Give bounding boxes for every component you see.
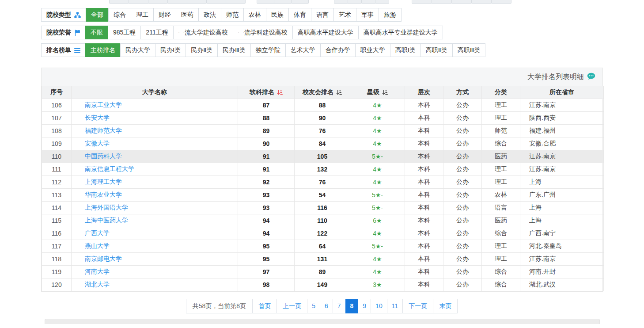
cutoff-filter-button[interactable] [206,0,226,4]
filter-option[interactable]: 艺术 [333,8,356,22]
sort-icon[interactable] [382,90,388,95]
cutoff-filter-button[interactable] [257,0,274,4]
column-header[interactable]: 软科排名 [238,86,295,99]
cell-type: 公办 [443,163,482,176]
cell-stars: 4★ [350,253,405,266]
cutoff-filter-button[interactable] [432,0,452,4]
cutoff-filter-button[interactable] [471,0,492,4]
filter-option[interactable]: 师范 [221,8,244,22]
cutoff-filter-button[interactable] [334,0,348,4]
pagination-button[interactable]: 11 [387,299,403,313]
filter-option[interactable]: 全部 [86,8,109,22]
university-link[interactable]: 上海理工大学 [85,178,122,185]
column-header-inner: 层次 [418,88,430,96]
sort-icon[interactable] [277,90,283,95]
column-header[interactable]: 星级 [350,86,405,99]
university-link[interactable]: 福建师范大学 [85,127,122,134]
university-link[interactable]: 湖北大学 [85,281,110,288]
filter-option[interactable]: 高职高水平专业群建设大学 [358,26,443,39]
university-link[interactable]: 上海外国语大学 [85,204,128,211]
university-link[interactable]: 长安大学 [85,114,110,121]
filter-option[interactable]: 政法 [198,8,221,22]
cell-type: 公办 [443,176,482,189]
cutoff-filter-button[interactable] [148,0,168,4]
filter-option[interactable]: 高职高水平建设大学 [292,26,359,39]
column-header-inner: 校友会排名 [303,88,342,96]
pagination-button[interactable]: 7 [333,299,346,313]
sort-icon[interactable] [336,90,342,95]
cell-stars: 5★- [350,189,405,202]
filter-option[interactable]: 军事 [356,8,379,22]
cutoff-filter-button[interactable] [361,0,375,4]
pagination-button[interactable]: 10 [371,299,387,313]
cutoff-filter-button[interactable] [129,0,148,4]
filter-option[interactable]: 职业大学 [355,43,390,57]
cutoff-filter-button[interactable] [412,0,432,4]
cutoff-filter-button[interactable] [375,0,389,4]
pagination-button[interactable]: 6 [320,299,333,313]
cell-type: 公办 [443,278,482,291]
university-link[interactable]: 安徽大学 [85,140,110,147]
filter-option[interactable]: 医药 [176,8,199,22]
pagination-button[interactable]: 下一页 [402,299,433,313]
filter-option[interactable]: 民办Ⅱ类 [186,43,218,57]
university-link[interactable]: 南京信息工程大学 [85,165,134,172]
filter-option[interactable]: 高职Ⅲ类 [452,43,486,57]
filter-option[interactable]: 民办Ⅰ类 [155,43,186,57]
filter-option[interactable]: 合作办学 [320,43,356,57]
filter-option[interactable]: 不限 [85,26,108,39]
cell-index: 116 [42,227,72,240]
filter-option[interactable]: 985工程 [108,26,141,39]
university-link[interactable]: 广西大学 [85,229,110,236]
cell-name: 上海中医药大学 [72,214,238,227]
filter-option[interactable]: 财经 [153,8,176,22]
cell-index: 109 [42,137,72,150]
filter-option[interactable]: 高职Ⅱ类 [420,43,453,57]
pagination-button[interactable]: 首页 [252,299,277,313]
cutoff-filter-button[interactable] [109,0,129,4]
university-link[interactable]: 南京邮电大学 [85,255,122,262]
pagination-current-page[interactable]: 8 [345,299,359,313]
filter-option[interactable]: 旅游 [379,8,402,22]
university-link[interactable]: 上海中医药大学 [85,217,128,224]
pagination-button[interactable]: 5 [307,299,320,313]
filter-option[interactable]: 语言 [311,8,334,22]
column-header: 大学名称 [72,86,238,99]
cutoff-filter-button[interactable] [491,0,511,4]
filter-option[interactable]: 高职Ⅰ类 [390,43,421,57]
cutoff-filter-button[interactable] [187,0,207,4]
university-link[interactable]: 中国药科大学 [85,153,122,160]
cutoff-filter-button[interactable] [167,0,187,4]
pagination-button[interactable]: 9 [358,299,371,313]
university-link[interactable]: 南京工业大学 [85,101,122,108]
filter-option[interactable]: 主榜排名 [85,43,121,57]
cell-name: 上海外国语大学 [72,202,238,214]
filter-option[interactable]: 民族 [266,8,289,22]
pagination-button[interactable]: 末页 [433,299,458,313]
cutoff-filter-button[interactable] [226,0,246,4]
column-header-label: 分类 [495,88,507,96]
filter-option[interactable]: 农林 [243,8,266,22]
filter-option[interactable]: 体育 [288,8,311,22]
cutoff-filter-button[interactable] [274,0,292,4]
filter-option[interactable]: 一流学科建设高校 [233,26,293,39]
cell-soft_rank: 97 [238,266,295,278]
filter-option[interactable]: 一流大学建设高校 [173,26,233,39]
university-link[interactable]: 华南农业大学 [85,191,122,198]
filter-option[interactable]: 211工程 [140,26,173,39]
filter-option[interactable]: 民办Ⅲ类 [217,43,251,57]
cutoff-filter-group [334,0,389,4]
cutoff-filter-button[interactable] [348,0,362,4]
filter-option[interactable]: 综合 [108,8,131,22]
university-link[interactable]: 河南大学 [85,268,110,275]
column-header[interactable]: 校友会排名 [295,86,350,99]
cutoff-filter-button[interactable] [291,0,309,4]
filter-option[interactable]: 独立学院 [250,43,286,57]
filter-option[interactable]: 民办大学 [120,43,155,57]
cell-stars: 4★ [350,266,405,278]
filter-option[interactable]: 理工 [131,8,154,22]
cutoff-filter-button[interactable] [451,0,472,4]
pagination-button[interactable]: 上一页 [277,299,307,313]
university-link[interactable]: 燕山大学 [85,242,110,249]
filter-option[interactable]: 艺术大学 [285,43,321,57]
